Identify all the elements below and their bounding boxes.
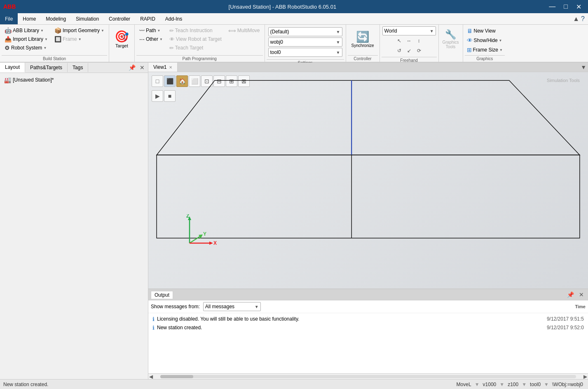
output-messages: ℹ Licensing disabled. You will still be …	[148, 313, 588, 373]
viewport[interactable]: □ ⬛ 🏠 ⬜ ⊡ ⊟ ⊞ ⊠ ▶ ■ Simulation Tools	[148, 72, 588, 288]
scroll-thumb[interactable]	[160, 375, 193, 378]
default-dropdown-arrow: ▼	[336, 30, 340, 34]
tab-tags[interactable]: Tags	[68, 63, 88, 72]
path-button[interactable]: 〰 Path ▼	[136, 26, 166, 35]
ribbon-group-freehand: World ▼ ↖ ↔ ↕ ↺ ↙ ⟳ Freehand	[380, 25, 439, 62]
menu-simulation[interactable]: Simulation	[71, 13, 104, 24]
target-button[interactable]: 🎯 Target	[111, 26, 133, 52]
teach-target-icon: ✏	[169, 45, 174, 51]
freehand-btn-6[interactable]: ⟳	[415, 46, 424, 55]
status-sep-4: ▼	[544, 382, 549, 387]
view-tabbar: View1 ✕ ▼	[148, 63, 588, 72]
freehand-btn-2[interactable]: ↔	[405, 36, 414, 45]
build-station-label: Build Station	[2, 55, 107, 61]
view-tab-1[interactable]: View1 ✕	[148, 63, 178, 72]
info-icon-1: ℹ	[152, 316, 155, 322]
close-button[interactable]: ✕	[573, 2, 585, 12]
status-v1000[interactable]: v1000	[481, 382, 498, 387]
synchronize-button[interactable]: 🔄 Synchronize	[348, 26, 378, 52]
svg-text:X: X	[213, 240, 217, 246]
help-icon[interactable]: ?	[581, 15, 585, 23]
build-station-col2: 📦 Import Geometry ▼ 🔲 Frame ▼	[52, 26, 107, 43]
freehand-btn-4[interactable]: ↺	[395, 46, 404, 55]
view-tab-close-icon[interactable]: ✕	[169, 65, 172, 70]
graphics-tools-button[interactable]: 🔧 Graphics Tools	[440, 26, 461, 52]
import-geo-icon: 📦	[54, 27, 61, 34]
world-dropdown[interactable]: World ▼	[382, 26, 436, 35]
default-dropdown[interactable]: (Default) ▼	[268, 27, 342, 36]
menu-modeling[interactable]: Modeling	[41, 13, 71, 24]
menu-controller[interactable]: Controller	[104, 13, 135, 24]
path-group-label: Path Programming	[136, 55, 263, 61]
output-close-icon[interactable]: ✕	[577, 291, 586, 299]
import-geometry-button[interactable]: 📦 Import Geometry ▼	[52, 26, 107, 35]
frame-size-button[interactable]: ⊞ Frame Size ▼	[465, 45, 505, 54]
view-collapse-icon[interactable]: ▼	[581, 64, 586, 70]
frame-size-icon: ⊞	[467, 47, 472, 53]
menu-file[interactable]: File	[0, 13, 18, 24]
panel-close-icon[interactable]: ✕	[138, 63, 146, 72]
abb-library-button[interactable]: 🤖 ABB Library ▼	[2, 26, 51, 35]
status-movetype[interactable]: MoveL	[455, 382, 473, 387]
show-hide-button[interactable]: 👁 Show/Hide ▼	[465, 36, 505, 45]
svg-text:Y: Y	[203, 231, 206, 237]
sync-label: Synchronize	[351, 43, 374, 48]
status-tool0[interactable]: tool0	[528, 382, 542, 387]
import-geo-dropdown-icon: ▼	[101, 29, 104, 33]
output-pin-icon[interactable]: 📌	[565, 291, 576, 299]
panel-pin-icon[interactable]: 📌	[127, 63, 137, 72]
view-robot-icon: 👁	[169, 36, 175, 42]
scroll-left-icon[interactable]: ◀	[148, 374, 154, 380]
svg-marker-0	[157, 80, 580, 155]
output-tab[interactable]: Output	[151, 291, 173, 299]
tool0-dropdown-arrow: ▼	[336, 50, 340, 55]
status-message: New station created.	[3, 382, 48, 387]
scrollbar-bottom[interactable]: ◀ ▶	[148, 373, 588, 379]
freehand-btn-3[interactable]: ↕	[415, 36, 424, 45]
status-z100[interactable]: z100	[506, 382, 520, 387]
status-wobj[interactable]: \WObj:=wobj0	[551, 382, 585, 387]
output-msg-1: ℹ Licensing disabled. You will still be …	[150, 315, 586, 323]
robot-system-button[interactable]: ⚙ Robot System ▼	[2, 44, 51, 52]
menu-rapid[interactable]: RAPID	[135, 13, 160, 24]
multimove-button[interactable]: ⟺ MultiMove	[225, 26, 263, 35]
maximize-button[interactable]: □	[560, 2, 571, 12]
freehand-content: World ▼ ↖ ↔ ↕ ↺ ↙ ⟳	[382, 26, 437, 56]
ribbon-group-build-station: 🤖 ABB Library ▼ 📥 Import Library ▼ ⚙ Rob…	[0, 25, 109, 62]
scroll-right-icon[interactable]: ▶	[583, 374, 588, 380]
minimize-button[interactable]: —	[546, 2, 559, 12]
menu-home[interactable]: Home	[18, 13, 41, 24]
import-library-button[interactable]: 📥 Import Library ▼	[2, 35, 51, 43]
graphics-tools-content: 🔧 Graphics Tools	[440, 26, 461, 59]
view-robot-at-target-button[interactable]: 👁 View Robot at Target	[166, 35, 225, 43]
view-right: ▼	[581, 64, 588, 70]
menu-addins[interactable]: Add-Ins	[160, 13, 187, 24]
tool0-dropdown[interactable]: tool0 ▼	[268, 48, 342, 57]
other-button[interactable]: ⋯ Other ▼	[136, 35, 166, 43]
freehand-btn-5[interactable]: ↙	[405, 46, 414, 55]
scroll-track	[160, 375, 576, 378]
time-header: Time	[575, 304, 586, 309]
new-view-button[interactable]: 🖥 New View	[465, 26, 505, 35]
output-toolbar: Show messages from: All messages ▼ Time	[148, 300, 588, 313]
tree-item-station[interactable]: 🏭 [Unsaved Station]*	[2, 75, 145, 84]
wobj0-dropdown[interactable]: wobj0 ▼	[268, 37, 342, 47]
tab-paths-targets[interactable]: Paths&Targets	[25, 63, 68, 72]
frame-button[interactable]: 🔲 Frame ▼	[52, 35, 107, 43]
help-up-icon[interactable]: ▲	[573, 15, 579, 23]
filter-dropdown[interactable]: All messages ▼	[203, 302, 261, 311]
ribbon-group-settings: (Default) ▼ wobj0 ▼ tool0 ▼ Settings	[265, 25, 346, 62]
teach-instr-icon: ✏	[169, 28, 174, 34]
show-hide-icon: 👁	[467, 37, 473, 44]
path-dropdown-icon: ▼	[157, 29, 161, 33]
svg-line-8	[190, 236, 201, 243]
tab-layout[interactable]: Layout	[0, 63, 25, 73]
freehand-btn-1[interactable]: ↖	[395, 36, 404, 45]
teach-instruction-button[interactable]: ✏ Teach Instruction	[166, 26, 225, 35]
status-sep-3: ▼	[522, 382, 527, 387]
teach-target-button[interactable]: ✏ Teach Target	[166, 44, 225, 52]
target-group-label	[111, 60, 133, 61]
path-col1: 〰 Path ▼ ⋯ Other ▼	[136, 26, 166, 43]
graphics-tools-label: Graphics Tools	[443, 40, 459, 49]
status-sep-1: ▼	[475, 382, 480, 387]
